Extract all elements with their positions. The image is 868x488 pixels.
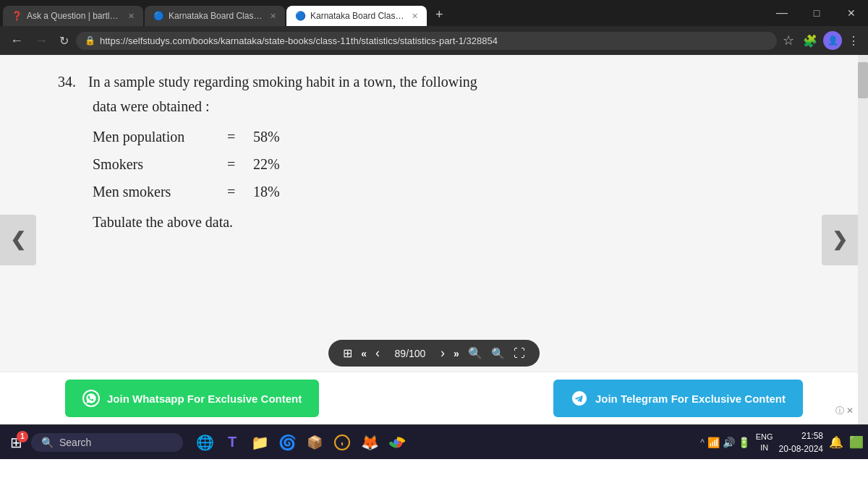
data-value-3: 18% xyxy=(253,178,280,205)
question-line2: data were obtained : xyxy=(93,98,210,114)
grid-view-icon[interactable]: ⊞ xyxy=(343,346,352,360)
lock-icon: 🔒 xyxy=(85,35,95,46)
battery-icon: 🔋 xyxy=(738,437,750,448)
next-icon[interactable]: › xyxy=(441,346,445,361)
whatsapp-label: Join Whatsapp For Exclusive Content xyxy=(107,393,302,405)
data-value-2: 22% xyxy=(253,150,280,178)
chevron-up-icon[interactable]: ^ xyxy=(700,437,705,448)
taskbar-icon-teams[interactable]: T xyxy=(219,429,245,455)
tab3-close[interactable]: ✕ xyxy=(412,12,418,21)
network-icon: 📶 xyxy=(707,437,720,448)
data-label-1: Men population xyxy=(93,123,223,150)
taskbar-icons: 🌐 T 📁 🌀 📦 🦊 xyxy=(192,429,410,455)
fullscreen-icon[interactable]: ⛶ xyxy=(514,347,525,360)
zoom-out-icon[interactable]: 🔍 xyxy=(491,347,505,360)
telegram-button[interactable]: Join Telegram For Exclusive Content xyxy=(553,380,803,417)
clock-date: 20-08-2024 xyxy=(779,442,823,455)
taskbar-icon-help[interactable] xyxy=(329,429,355,455)
dismiss-button[interactable]: ⓘ ✕ xyxy=(835,405,854,417)
data-label-2: Smokers xyxy=(93,150,223,178)
menu-icon[interactable]: ⋮ xyxy=(845,34,862,48)
data-equals-2: = xyxy=(227,150,249,178)
taskbar-icon-browser[interactable]: 🌐 xyxy=(192,429,218,455)
data-value-1: 58% xyxy=(253,123,280,150)
taskbar-icon-store[interactable]: 📦 xyxy=(302,429,328,455)
taskbar-search-text: Search xyxy=(59,437,91,448)
data-label-3: Men smokers xyxy=(93,178,223,205)
skip-back-icon[interactable]: « xyxy=(361,348,367,359)
taskbar-icon-folder[interactable]: 📁 xyxy=(247,429,273,455)
maximize-button[interactable]: □ xyxy=(800,0,833,26)
data-equals-3: = xyxy=(227,178,249,205)
data-line-3: Men smokers = 18% xyxy=(93,178,788,205)
tab-karnataka-2[interactable]: 🔵 Karnataka Board Class 11th Sta ✕ xyxy=(145,6,285,26)
taskbar-search-icon: 🔍 xyxy=(41,437,54,448)
taskbar: ⊞ 1 🔍 Search 🌐 T 📁 🌀 📦 🦊 ^ 📶 🔊 🔋 ENG IN xyxy=(0,424,868,459)
profile-icon[interactable]: 👤 xyxy=(823,31,842,50)
next-page-button[interactable]: ❯ xyxy=(822,215,858,265)
telegram-icon xyxy=(571,390,588,407)
viewer-toolbar: ⊞ « ‹ 89/100 › » 🔍 🔍 ⛶ xyxy=(0,333,868,374)
tab1-title: Ask a Question | bartleby xyxy=(27,11,121,21)
taskbar-clock[interactable]: 21:58 20-08-2024 xyxy=(779,429,823,455)
data-equals-1: = xyxy=(227,123,249,150)
tabulate-text: Tabulate the above data. xyxy=(93,214,233,230)
tab-karnataka-active[interactable]: 🔵 Karnataka Board Class 11th Sta ✕ xyxy=(286,6,427,26)
tab3-title: Karnataka Board Class 11th Sta xyxy=(310,11,404,21)
tab-bartleby[interactable]: ❓ Ask a Question | bartleby ✕ xyxy=(3,6,143,26)
whatsapp-button[interactable]: Join Whatsapp For Exclusive Content xyxy=(65,380,319,417)
data-line-2: Smokers = 22% xyxy=(93,150,788,178)
close-icon[interactable]: ✕ xyxy=(846,406,854,416)
address-bar[interactable]: 🔒 https://selfstudys.com/books/karnataka… xyxy=(76,32,777,50)
scrollbar[interactable] xyxy=(858,55,868,424)
question-line1: In a sample study regarding smoking habi… xyxy=(88,74,477,90)
page-info: 89/100 xyxy=(388,348,432,359)
lang-region: IN xyxy=(756,442,773,453)
skip-fwd-icon[interactable]: » xyxy=(454,348,459,359)
close-window-button[interactable]: ✕ xyxy=(835,0,868,26)
tab2-close[interactable]: ✕ xyxy=(270,12,276,21)
cta-section: Join Whatsapp For Exclusive Content Join… xyxy=(0,372,868,424)
refresh-button[interactable]: ↻ xyxy=(55,31,73,51)
forward-button[interactable]: → xyxy=(30,30,52,51)
notification-center-icon[interactable]: 🔔 xyxy=(829,435,843,449)
left-arrow-icon: ❮ xyxy=(10,228,26,251)
taskbar-sys-icons: ^ 📶 🔊 🔋 xyxy=(700,437,750,448)
new-tab-button[interactable]: + xyxy=(428,7,451,22)
clock-time: 21:58 xyxy=(779,429,823,442)
minimize-button[interactable]: — xyxy=(765,0,799,26)
tab3-favicon: 🔵 xyxy=(295,11,306,21)
data-line-1: Men population = 58% xyxy=(93,123,788,150)
info-icon: ⓘ xyxy=(835,406,844,416)
tab2-title: Karnataka Board Class 11th Sta xyxy=(169,11,263,21)
volume-icon[interactable]: 🔊 xyxy=(723,437,735,448)
whatsapp-icon xyxy=(82,390,100,407)
prev-icon[interactable]: ‹ xyxy=(375,346,380,361)
page-content: 34. In a sample study regarding smoking … xyxy=(0,55,868,424)
telegram-label: Join Telegram For Exclusive Content xyxy=(595,393,786,405)
zoom-in-icon[interactable]: 🔍 xyxy=(468,346,482,360)
show-desktop-icon[interactable]: 🟩 xyxy=(849,435,864,449)
extension-icon[interactable]: 🧩 xyxy=(800,34,820,48)
notification-badge: 1 xyxy=(17,431,28,442)
lang-label: ENG xyxy=(756,432,773,442)
taskbar-icon-edge[interactable]: 🌀 xyxy=(274,429,300,455)
tab2-favicon: 🔵 xyxy=(153,11,164,21)
url-display: https://selfstudys.com/books/karnataka/s… xyxy=(100,35,498,46)
prev-page-button[interactable]: ❮ xyxy=(0,215,36,265)
taskbar-icon-firefox[interactable]: 🦊 xyxy=(357,429,383,455)
bookmark-icon[interactable]: ☆ xyxy=(780,33,797,48)
taskbar-right: ^ 📶 🔊 🔋 ENG IN 21:58 20-08-2024 🔔 🟩 xyxy=(700,429,864,455)
taskbar-search[interactable]: 🔍 Search xyxy=(31,433,183,452)
taskbar-icon-chrome[interactable] xyxy=(384,429,410,455)
tab1-favicon: ❓ xyxy=(12,11,22,21)
question-number: 34. xyxy=(58,74,76,90)
back-button[interactable]: ← xyxy=(6,30,27,51)
tab1-close[interactable]: ✕ xyxy=(128,12,135,21)
taskbar-lang: ENG IN xyxy=(756,432,773,453)
right-arrow-icon: ❯ xyxy=(832,228,848,251)
